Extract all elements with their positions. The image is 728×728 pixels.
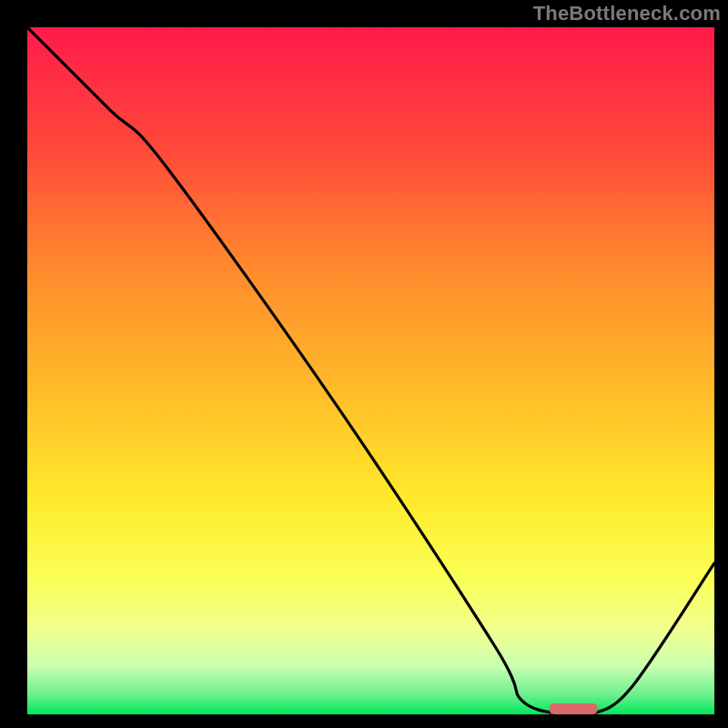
plot-svg <box>27 27 714 714</box>
watermark-text: TheBottleneck.com <box>533 2 721 25</box>
chart-frame: TheBottleneck.com <box>0 0 728 728</box>
optimal-range-marker <box>550 703 598 714</box>
plot-area <box>27 27 714 714</box>
gradient-background <box>27 27 714 714</box>
